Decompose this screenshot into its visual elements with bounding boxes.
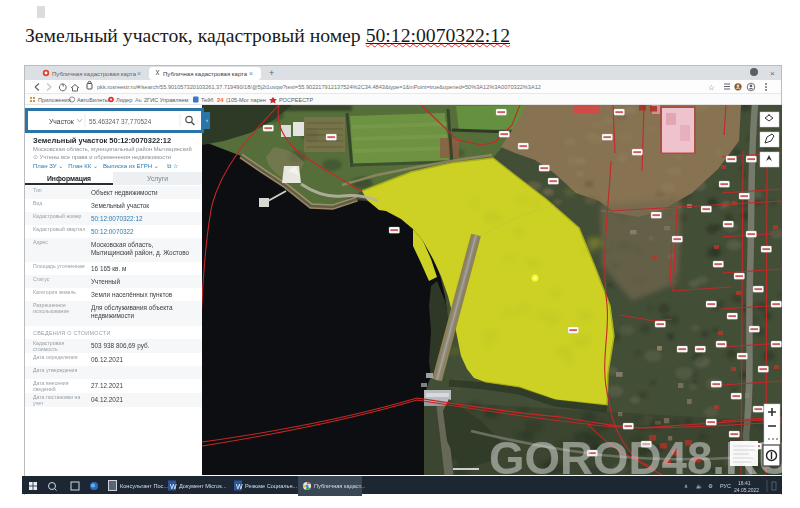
svg-text:×: × (249, 70, 253, 77)
svg-text:Лидер: Лидер (116, 97, 132, 103)
svg-text:+: + (269, 68, 274, 78)
svg-text:24.05.2022: 24.05.2022 (734, 487, 759, 493)
svg-text:W: W (170, 483, 177, 490)
svg-text:×: × (137, 70, 141, 77)
svg-text:55.463247 37,770524: 55.463247 37,770524 (89, 118, 152, 125)
svg-text:2ГИС Управляем: 2ГИС Управляем (144, 97, 189, 103)
svg-text:РУС: РУС (720, 483, 731, 489)
svg-text:W: W (236, 483, 243, 490)
svg-text:Консультант Пос...: Консультант Пос... (120, 483, 169, 489)
svg-text:⚙: ⚙ (708, 483, 713, 489)
svg-text:∧: ∧ (684, 483, 688, 489)
svg-text:Публичная кадастровая карта: Публичная кадастровая карта (163, 71, 248, 77)
svg-text:Участок: Участок (49, 118, 74, 125)
svg-text:Публичная кадаст...: Публичная кадаст... (314, 483, 366, 489)
svg-text:АвтоБилеты: АвтоБилеты (77, 97, 109, 103)
svg-text:РОСРЕЕСТР: РОСРЕЕСТР (279, 97, 313, 103)
svg-text:Приложения: Приложения (38, 97, 71, 103)
svg-text:Аь: Аь (135, 97, 142, 103)
svg-text:Тейб: Тейб (201, 97, 214, 103)
svg-text:Резюме Социальн...: Резюме Социальн... (245, 483, 298, 489)
svg-text:×: × (770, 69, 775, 78)
svg-text:(105-Мог парен: (105-Мог парен (226, 97, 266, 103)
svg-text:Документ Micros...: Документ Micros... (179, 483, 227, 489)
svg-text:🔈: 🔈 (696, 482, 703, 490)
svg-text:Публичная кадастровая карта: Публичная кадастровая карта (52, 71, 137, 77)
svg-text:☆: ☆ (708, 83, 715, 92)
svg-text:24: 24 (217, 97, 224, 103)
svg-text:16:41: 16:41 (738, 480, 751, 486)
